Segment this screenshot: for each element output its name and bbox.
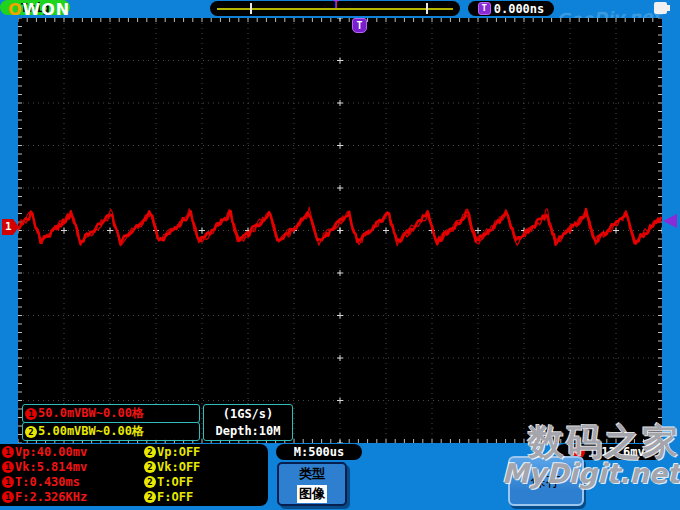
meas-ch2-vk-text: Vk:OFF	[157, 460, 200, 474]
menu-type-title: 类型	[299, 465, 325, 483]
waveform-canvas	[18, 18, 662, 443]
timebase-readout: M:500us	[276, 444, 362, 460]
channel1-scale-readout: 1 50.0mVBW~0.00格	[22, 404, 200, 423]
menu-type-value-selected[interactable]: 图像	[297, 485, 327, 503]
measurement-panel: 1Vp:40.00mv 2Vp:OFF 1Vk:5.814mv 2Vk:OFF …	[0, 444, 268, 506]
horizontal-position-indicator[interactable]: T	[210, 1, 460, 16]
meas-ch2-vp: 2Vp:OFF	[144, 445, 268, 459]
save-button-label: 保存	[531, 472, 561, 491]
meas-ch1-vk-text: Vk:5.814mv	[15, 460, 87, 474]
meas-ch1-vp-text: Vp:40.00mv	[15, 445, 87, 459]
channel1-badge: 1	[25, 408, 37, 420]
window-start-tick	[250, 3, 252, 14]
channel2-badge: 2	[25, 426, 37, 438]
acquisition-readout: (1GS/s) Depth:10M	[203, 404, 293, 441]
trigger-horizontal-marker-icon[interactable]: T	[352, 18, 367, 33]
meas-ch1-f-text: F:2.326KHz	[15, 490, 87, 504]
meas-ch2-f-text: F:OFF	[157, 490, 193, 504]
trigger-position-mini-icon: T	[333, 0, 339, 10]
sample-rate: (1GS/s)	[223, 407, 274, 421]
save-button[interactable]: 保存	[508, 456, 584, 506]
trigger-t-icon: T	[478, 2, 491, 15]
battery-icon	[654, 2, 667, 14]
record-depth: Depth:10M	[215, 424, 280, 438]
graticule-area: T	[18, 18, 662, 443]
ch2-badge: 2	[144, 446, 156, 458]
meas-ch2-vp-text: Vp:OFF	[157, 445, 200, 459]
ch1-badge: 1	[2, 446, 14, 458]
save-type-menu-button[interactable]: 类型 图像	[277, 462, 347, 506]
ch1-badge: 1	[2, 476, 14, 488]
meas-ch2-f: 2F:OFF	[144, 490, 268, 504]
channel2-scale-text: 5.00mVBW~0.00格	[38, 423, 144, 440]
window-end-tick	[426, 3, 428, 14]
meas-ch1-t: 1T:0.430ms	[2, 475, 144, 489]
meas-ch2-t-text: T:OFF	[157, 475, 193, 489]
ch2-badge: 2	[144, 476, 156, 488]
brand-logo-o: O	[8, 0, 23, 19]
channel2-scale-readout: 2 5.00mVBW~0.00格	[22, 422, 200, 441]
trigger-time-readout: T 0.000ns	[468, 1, 554, 16]
meas-ch2-vk: 2Vk:OFF	[144, 460, 268, 474]
trigger-level-value: 13.6mv	[601, 445, 644, 459]
brand-logo: OWON	[8, 0, 70, 19]
meas-ch1-vk: 1Vk:5.814mv	[2, 460, 144, 474]
meas-ch1-t-text: T:0.430ms	[15, 475, 80, 489]
channel1-position-marker[interactable]: 1	[2, 219, 19, 235]
trigger-time-value: 0.000ns	[494, 2, 545, 16]
ch2-badge: 2	[144, 461, 156, 473]
meas-ch1-f: 1F:2.326KHz	[2, 490, 144, 504]
ch1-badge: 1	[2, 461, 14, 473]
ch1-badge: 1	[2, 491, 14, 503]
oscilloscope-screen: OWON Trig T T 0.000ns GeoDiy.net T 1 1 5…	[0, 0, 680, 510]
channel1-scale-text: 50.0mVBW~0.00格	[38, 405, 144, 422]
rising-edge-icon	[588, 447, 599, 458]
meas-ch2-t: 2T:OFF	[144, 475, 268, 489]
ch2-badge: 2	[144, 491, 156, 503]
meas-ch1-vp: 1Vp:40.00mv	[2, 445, 144, 459]
trigger-level-arrow-icon[interactable]	[663, 214, 677, 228]
brand-logo-text: WON	[23, 0, 71, 19]
